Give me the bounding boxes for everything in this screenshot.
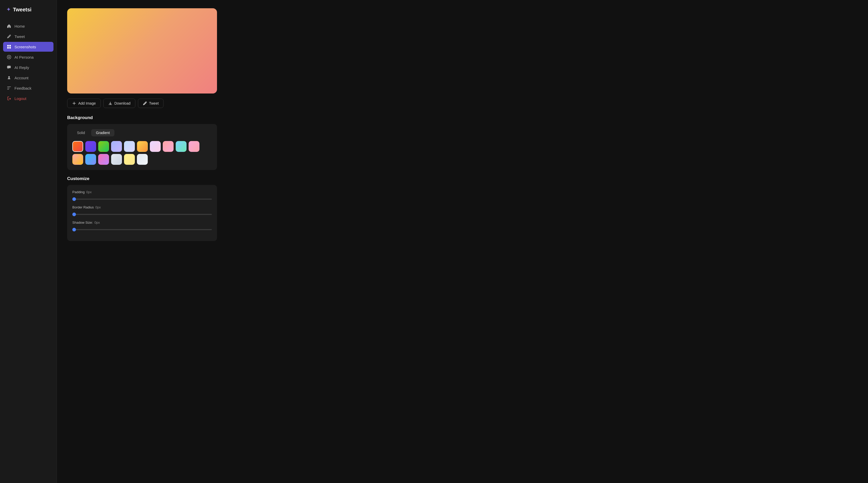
main-content: Add Image Download Tweet Background Soli… xyxy=(57,0,868,483)
background-section: Solid Gradient xyxy=(67,124,217,170)
slider-value-border-radius: 0px xyxy=(95,205,101,209)
add-image-label: Add Image xyxy=(78,101,96,105)
tweet-icon xyxy=(7,34,11,39)
slider-group-border-radius: Border Radius 0px xyxy=(72,205,212,216)
add-image-button[interactable]: Add Image xyxy=(67,99,101,108)
plus-icon xyxy=(72,101,76,105)
sidebar: ✦ Tweetsi Home Tweet Screenshots AI Pers… xyxy=(0,0,57,483)
slider-label-border-radius: Border Radius 0px xyxy=(72,205,212,209)
ai-reply-icon xyxy=(7,65,11,70)
sidebar-label-screenshots: Screenshots xyxy=(14,45,36,49)
sidebar-label-feedback: Feedback xyxy=(14,86,32,90)
color-swatch-12[interactable] xyxy=(85,154,96,165)
pen-icon xyxy=(143,101,147,105)
tab-solid[interactable]: Solid xyxy=(72,129,90,136)
color-swatch-11[interactable] xyxy=(72,154,83,165)
action-buttons: Add Image Download Tweet xyxy=(67,99,858,108)
svg-point-0 xyxy=(8,57,10,58)
app-logo: ✦ Tweetsi xyxy=(0,6,57,21)
slider-label-padding: Padding 0px xyxy=(72,190,212,194)
tweet-label: Tweet xyxy=(149,101,159,105)
sidebar-item-tweet[interactable]: Tweet xyxy=(3,32,54,41)
color-swatch-14[interactable] xyxy=(111,154,122,165)
sidebar-nav: Home Tweet Screenshots AI Persona AI Rep… xyxy=(0,21,57,477)
account-icon xyxy=(7,75,11,80)
sidebar-item-screenshots[interactable]: Screenshots xyxy=(3,42,54,52)
sidebar-item-feedback[interactable]: Feedback xyxy=(3,83,54,93)
sidebar-label-ai-persona: AI Persona xyxy=(14,55,34,59)
logout-icon xyxy=(7,96,11,101)
slider-value-padding: 0px xyxy=(86,190,92,194)
slider-label-shadow-size: Shadow Size: 0px xyxy=(72,221,212,224)
download-button[interactable]: Download xyxy=(103,99,135,108)
sidebar-item-home[interactable]: Home xyxy=(3,21,54,31)
sidebar-label-account: Account xyxy=(14,76,28,80)
slider-value-shadow-size: 0px xyxy=(95,221,100,224)
slider-input-border-radius[interactable] xyxy=(72,214,212,215)
home-icon xyxy=(7,24,11,28)
color-swatch-5[interactable] xyxy=(124,141,135,152)
color-swatch-3[interactable] xyxy=(98,141,109,152)
feedback-icon xyxy=(7,86,11,90)
download-label: Download xyxy=(115,101,130,105)
color-swatch-2[interactable] xyxy=(85,141,96,152)
tab-gradient[interactable]: Gradient xyxy=(91,129,115,136)
slider-input-shadow-size[interactable] xyxy=(72,229,212,230)
background-title: Background xyxy=(67,115,858,120)
sidebar-item-account[interactable]: Account xyxy=(3,73,54,83)
download-icon xyxy=(108,101,113,105)
sidebar-label-tweet: Tweet xyxy=(14,34,25,39)
tweet-button[interactable]: Tweet xyxy=(138,99,163,108)
color-swatch-16[interactable] xyxy=(137,154,148,165)
color-swatch-6[interactable] xyxy=(137,141,148,152)
color-swatch-9[interactable] xyxy=(176,141,187,152)
slider-group-shadow-size: Shadow Size: 0px xyxy=(72,221,212,231)
sidebar-item-ai-reply[interactable]: AI Reply xyxy=(3,63,54,72)
logo-icon: ✦ xyxy=(6,6,11,13)
color-swatch-4[interactable] xyxy=(111,141,122,152)
color-swatch-10[interactable] xyxy=(189,141,199,152)
color-swatch-8[interactable] xyxy=(163,141,174,152)
app-name: Tweetsi xyxy=(13,7,32,13)
color-swatches xyxy=(72,141,212,165)
slider-input-padding[interactable] xyxy=(72,199,212,200)
customize-section: Padding 0px Border Radius 0px Shadow Siz… xyxy=(67,185,217,241)
color-swatch-1[interactable] xyxy=(72,141,83,152)
background-tabs: Solid Gradient xyxy=(72,129,212,136)
color-swatch-7[interactable] xyxy=(150,141,161,152)
sidebar-item-logout[interactable]: Logout xyxy=(3,94,54,103)
sidebar-item-ai-persona[interactable]: AI Persona xyxy=(3,52,54,62)
sidebar-label-ai-reply: AI Reply xyxy=(14,65,29,70)
customize-title: Customize xyxy=(67,176,858,181)
sidebar-label-logout: Logout xyxy=(14,96,26,101)
color-swatch-15[interactable] xyxy=(124,154,135,165)
slider-group-padding: Padding 0px xyxy=(72,190,212,201)
ai-persona-icon xyxy=(7,55,11,59)
sidebar-label-home: Home xyxy=(14,24,25,28)
screenshots-icon xyxy=(7,44,11,49)
color-swatch-13[interactable] xyxy=(98,154,109,165)
preview-canvas xyxy=(67,8,217,94)
